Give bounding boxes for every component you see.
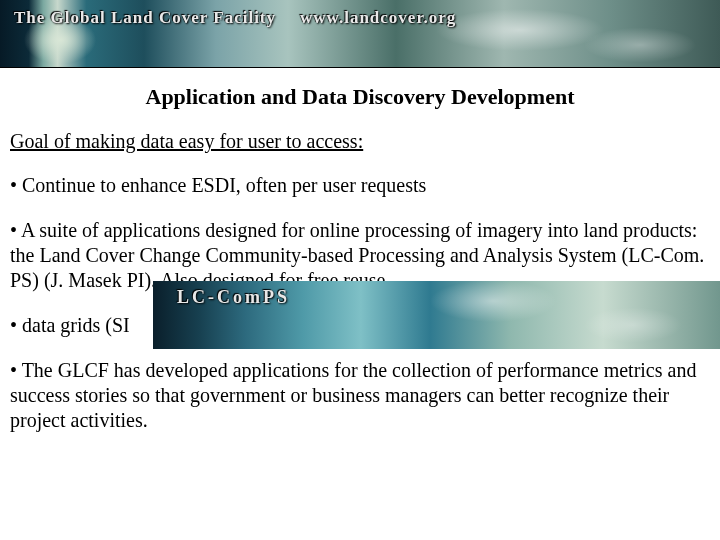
header-org: The Global Land Cover Facility	[14, 8, 276, 27]
slide-content: Application and Data Discovery Developme…	[0, 68, 720, 433]
bullet-1: • Continue to enhance ESDI, often per us…	[10, 173, 710, 198]
slide-title: Application and Data Discovery Developme…	[10, 84, 710, 110]
goal-heading: Goal of making data easy for user to acc…	[10, 130, 710, 153]
header-banner: The Global Land Cover Facilitywww.landco…	[0, 0, 720, 68]
bullet-4: • The GLCF has developed applications fo…	[10, 358, 710, 433]
header-text: The Global Land Cover Facilitywww.landco…	[14, 8, 456, 28]
header-url: www.landcover.org	[300, 8, 456, 27]
lc-comps-label: LC-ComPS	[177, 287, 290, 308]
bullet-3-row: • data grids (SI LC-ComPS	[10, 313, 710, 338]
lc-comps-banner: LC-ComPS	[153, 281, 720, 349]
